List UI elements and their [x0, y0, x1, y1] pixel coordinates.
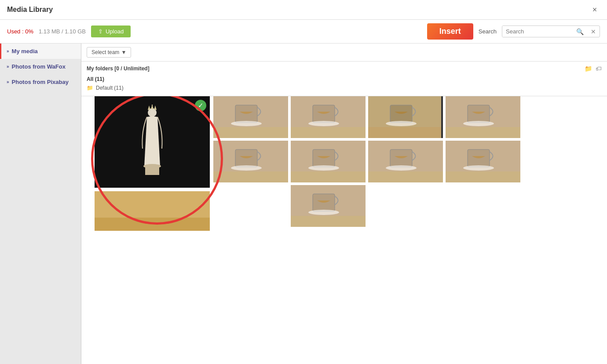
svg-point-29 — [231, 165, 262, 171]
svg-point-17 — [308, 121, 339, 126]
media-item-5[interactable] — [446, 96, 520, 138]
sidebar-item-label: Photos from Pixabay — [12, 79, 69, 85]
chevron-icon: » — [7, 49, 9, 54]
svg-rect-19 — [368, 127, 443, 138]
title-bar: Media Library × — [0, 0, 607, 20]
folders-section: My folders [0 / Unlimited] 📁 🏷 All (11) … — [81, 62, 607, 96]
svg-rect-27 — [213, 171, 288, 182]
sidebar-item-label: My media — [12, 48, 38, 55]
storage-used-label: Used : 0% — [7, 28, 33, 35]
select-team-label: Select team — [91, 49, 119, 55]
tea-image-3 — [291, 96, 366, 138]
tea-image-7 — [291, 141, 366, 182]
sidebar-item-my-media[interactable]: » My media — [0, 44, 81, 59]
svg-rect-4 — [152, 105, 153, 106]
select-team-button[interactable]: Select team ▼ — [87, 47, 131, 58]
search-clear-button[interactable]: ✕ — [587, 26, 600, 37]
media-item-2[interactable] — [213, 96, 288, 138]
media-item-4[interactable] — [368, 96, 443, 138]
svg-point-25 — [463, 121, 494, 126]
svg-rect-35 — [368, 171, 443, 182]
sidebar: » My media » Photos from WaFox » Photos … — [0, 44, 81, 364]
svg-point-37 — [386, 165, 417, 171]
sidebar-item-label: Photos from WaFox — [12, 63, 66, 70]
new-folder-button[interactable]: 📁 — [585, 65, 592, 72]
media-item-6[interactable] — [213, 141, 288, 182]
media-library-dialog: Media Library × Used : 0% 1.13 MB / 1.10… — [0, 0, 607, 364]
svg-rect-43 — [291, 216, 366, 227]
folder-icon: 📁 — [87, 85, 93, 91]
selected-media-item[interactable]: ✓ — [95, 96, 210, 188]
tea-image-9 — [446, 141, 520, 182]
media-area: ✓ — [81, 96, 607, 364]
dropdown-arrow-icon: ▼ — [121, 49, 126, 55]
media-item-3[interactable] — [291, 96, 366, 138]
svg-rect-7 — [145, 166, 159, 175]
svg-rect-11 — [213, 127, 288, 138]
svg-rect-23 — [446, 127, 520, 138]
sidebar-item-photos-wafox[interactable]: » Photos from WaFox — [0, 59, 81, 74]
folders-title: My folders [0 / Unlimited] — [87, 66, 581, 72]
search-input[interactable] — [502, 26, 573, 37]
svg-point-13 — [231, 121, 262, 126]
panel-toolbar: Select team ▼ — [81, 44, 607, 62]
main-toolbar: Used : 0% 1.13 MB / 1.10 GB ⇧ Upload Ins… — [0, 20, 607, 44]
media-panel: Select team ▼ My folders [0 / Unlimited]… — [81, 44, 607, 364]
tag-button[interactable]: 🏷 — [596, 65, 602, 72]
statue-image — [135, 105, 170, 179]
tea-image-10 — [291, 185, 366, 227]
tea-image-5 — [446, 96, 520, 138]
upload-label: Upload — [106, 28, 124, 35]
upload-button[interactable]: ⇧ Upload — [91, 25, 131, 37]
svg-point-45 — [308, 210, 339, 215]
search-label: Search — [479, 28, 497, 35]
selected-checkmark: ✓ — [195, 100, 206, 111]
storage-size-label: 1.13 MB / 1.10 GB — [39, 28, 86, 35]
svg-point-33 — [308, 165, 339, 171]
svg-rect-31 — [291, 171, 366, 182]
insert-button[interactable]: Insert — [427, 23, 473, 40]
search-wrapper: 🔍 ✕ — [502, 25, 600, 37]
media-item-7[interactable] — [291, 141, 366, 182]
folder-all[interactable]: All (11) — [87, 75, 602, 84]
chevron-icon: » — [7, 64, 9, 69]
search-icon-button[interactable]: 🔍 — [573, 26, 587, 37]
tea-image-8 — [368, 141, 443, 182]
media-item-8[interactable] — [368, 141, 443, 182]
bottom-strip-image — [95, 191, 210, 231]
svg-point-41 — [463, 165, 494, 171]
svg-point-21 — [386, 121, 417, 126]
media-item-10[interactable] — [291, 185, 366, 227]
svg-marker-3 — [154, 106, 157, 110]
dialog-title: Media Library — [7, 6, 53, 14]
media-item-9[interactable] — [446, 141, 520, 182]
upload-icon: ⇧ — [98, 28, 103, 35]
close-button[interactable]: × — [589, 4, 600, 15]
svg-rect-9 — [95, 218, 210, 231]
tea-image-4 — [368, 96, 443, 138]
folders-header: My folders [0 / Unlimited] 📁 🏷 — [87, 65, 602, 72]
svg-rect-39 — [446, 171, 520, 182]
tea-image-6 — [213, 141, 288, 182]
bottom-strip-item[interactable] — [95, 191, 210, 231]
chevron-icon: » — [7, 80, 9, 84]
folder-default[interactable]: 📁 Default (11) — [87, 84, 602, 92]
tea-image-2 — [213, 96, 288, 138]
main-content: » My media » Photos from WaFox » Photos … — [0, 44, 607, 364]
svg-marker-1 — [148, 106, 150, 110]
svg-rect-15 — [291, 127, 366, 138]
sidebar-item-photos-pixabay[interactable]: » Photos from Pixabay — [0, 74, 81, 90]
